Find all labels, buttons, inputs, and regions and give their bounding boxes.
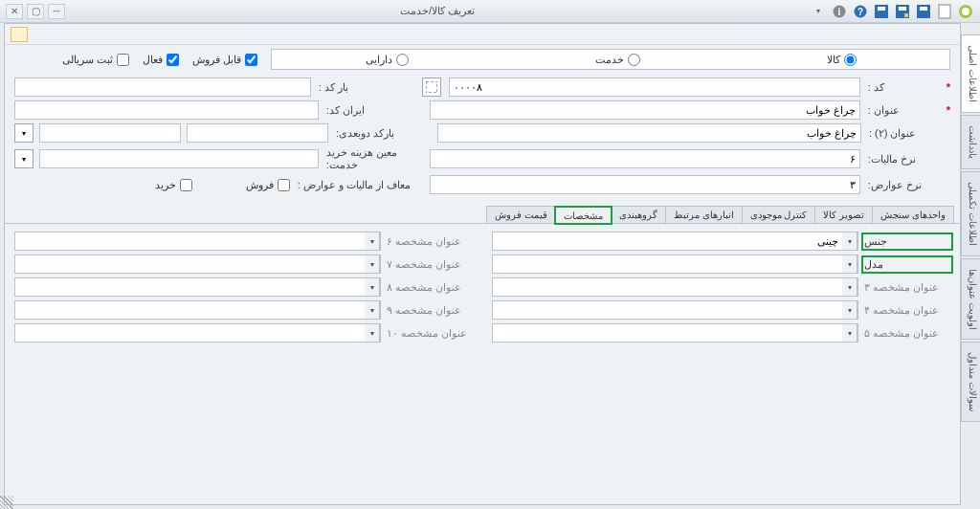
save-icon[interactable]	[915, 3, 932, 20]
main-panel: کالا خدمت دارایی قابل فروش فعال ثبت سریا…	[4, 23, 961, 505]
barcode2d-drop-button[interactable]: ▾	[14, 123, 33, 143]
sub-tab-specs[interactable]: مشخصات	[555, 207, 612, 224]
lbl-code: کد :	[868, 81, 935, 94]
spec-combo[interactable]: ▾	[14, 323, 381, 343]
vertical-tabs: اطلاعات اصلی یادداشت اطلاعات تکمیلی اولو…	[961, 34, 980, 424]
barcode-scan-button[interactable]	[422, 77, 441, 97]
spec-row: مدل▾	[492, 254, 950, 274]
specs-col-right: جنس▾چینیمدل▾عنوان مشخصه ۳▾عنوان مشخصه ۴▾…	[492, 232, 950, 343]
input-barcode2d-2[interactable]	[39, 123, 181, 143]
spec-combo[interactable]: ▾	[492, 277, 858, 297]
sub-tab-units[interactable]: واحدهای سنجش	[872, 206, 954, 223]
input-barcode2d-1[interactable]	[187, 123, 328, 143]
spec-label: جنس	[864, 235, 950, 248]
side-tab-main-info[interactable]: اطلاعات اصلی	[961, 34, 980, 113]
chevron-down-icon[interactable]: ▾	[365, 232, 380, 250]
chevron-down-icon[interactable]: ▾	[842, 232, 858, 250]
input-irancode[interactable]	[14, 100, 319, 120]
info-icon[interactable]: i	[831, 3, 848, 20]
spec-row: عنوان مشخصه ۸▾	[14, 277, 473, 297]
spec-combo[interactable]: ▾	[14, 254, 381, 274]
chevron-down-icon[interactable]: ▾	[365, 324, 380, 342]
new-icon[interactable]	[936, 3, 953, 20]
spec-value	[15, 232, 365, 250]
side-tab-priority[interactable]: اولویت عنوان‌ها	[961, 258, 980, 341]
spec-row: عنوان مشخصه ۵▾	[492, 323, 950, 343]
input-title2[interactable]	[437, 123, 861, 143]
chevron-down-icon[interactable]: ▾	[365, 278, 380, 296]
close-button[interactable]: ✕	[6, 4, 23, 19]
required-mark: *	[947, 81, 950, 93]
spec-value	[15, 278, 365, 296]
spec-combo[interactable]: ▾	[14, 232, 381, 251]
lbl-feerate: نرخ عوارض:	[868, 179, 935, 191]
required-mark: *	[947, 104, 950, 116]
spec-combo[interactable]: ▾	[14, 300, 381, 320]
lbl-title: عنوان :	[868, 104, 935, 117]
chk-active[interactable]: فعال	[143, 54, 179, 66]
svg-text:?: ?	[858, 7, 863, 17]
lbl-taxrate: نرخ مالیات:	[868, 153, 935, 166]
sub-tab-grouping[interactable]: گروهبندی	[611, 206, 666, 223]
input-taxrate[interactable]	[430, 149, 860, 168]
chk-saleable[interactable]: قابل فروش	[192, 54, 257, 66]
save-as-icon[interactable]	[894, 3, 911, 20]
input-code[interactable]	[449, 77, 860, 97]
svg-rect-4	[920, 7, 927, 11]
spec-combo[interactable]: ▾	[492, 323, 858, 343]
sub-tab-stock[interactable]: کنترل موجودی	[742, 206, 816, 223]
lbl-moein: معین هزینه خرید خدمت:	[326, 146, 422, 171]
spec-row: عنوان مشخصه ۳▾	[492, 277, 950, 297]
sheet-icon[interactable]	[11, 27, 28, 42]
spec-label: مدل	[864, 258, 950, 271]
svg-rect-14	[426, 81, 437, 93]
spec-value	[15, 301, 365, 319]
chk-exempt-sale[interactable]: فروش	[246, 179, 290, 191]
menu-dropdown-icon[interactable]: ▾	[810, 3, 827, 20]
moein-drop-button[interactable]: ▾	[14, 149, 33, 168]
side-tab-faq[interactable]: سوالات متداول	[961, 342, 980, 422]
spec-combo[interactable]: ▾	[14, 277, 381, 297]
input-barcode[interactable]	[14, 77, 311, 97]
spec-label: عنوان مشخصه ۸	[387, 281, 473, 294]
save-3-icon[interactable]	[873, 3, 890, 20]
radio-service[interactable]: خدمت	[595, 54, 640, 66]
lbl-title2: عنوان (۲) :	[869, 127, 935, 140]
window-title: تعریف کالا/خدمت	[65, 5, 810, 17]
radio-asset[interactable]: دارایی	[366, 54, 409, 66]
chevron-down-icon[interactable]: ▾	[842, 324, 858, 342]
spec-label: عنوان مشخصه ۵	[864, 327, 950, 340]
spec-row: عنوان مشخصه ۶▾	[14, 232, 473, 251]
side-tab-note[interactable]: یادداشت	[961, 115, 980, 169]
chevron-down-icon[interactable]: ▾	[842, 301, 858, 319]
sub-tabs: واحدهای سنجش تصویر کالا کنترل موجودی انب…	[5, 206, 960, 224]
title-bar: ? i ▾ تعریف کالا/خدمت ─ ▢ ✕	[0, 0, 980, 23]
help-icon[interactable]: ?	[852, 3, 869, 20]
spec-combo[interactable]: ▾	[492, 254, 858, 274]
spec-value	[493, 278, 842, 296]
chevron-down-icon[interactable]: ▾	[842, 278, 858, 296]
spec-combo[interactable]: ▾	[492, 300, 858, 320]
sub-tab-warehouses[interactable]: انبارهای مرتبط	[665, 206, 743, 223]
radio-goods[interactable]: کالا	[827, 54, 857, 66]
resize-grip-icon[interactable]	[0, 496, 13, 509]
spec-combo[interactable]: ▾چینی	[492, 232, 858, 251]
chevron-down-icon[interactable]: ▾	[365, 255, 380, 273]
sub-tab-image[interactable]: تصویر کالا	[814, 206, 873, 223]
svg-point-1	[962, 8, 969, 15]
svg-rect-7	[904, 13, 908, 17]
input-title[interactable]	[430, 100, 860, 120]
maximize-button[interactable]: ▢	[27, 4, 44, 19]
chk-serial[interactable]: ثبت سریالی	[62, 54, 129, 66]
chevron-down-icon[interactable]: ▾	[842, 255, 858, 273]
side-tab-extra[interactable]: اطلاعات تکمیلی	[961, 171, 980, 256]
sub-tab-saleprice[interactable]: قیمت فروش	[486, 206, 556, 223]
spec-label: عنوان مشخصه ۷	[387, 258, 473, 271]
chk-exempt-buy[interactable]: خرید	[155, 179, 192, 191]
input-moein[interactable]	[39, 149, 319, 168]
svg-text:i: i	[838, 7, 841, 17]
input-feerate[interactable]	[430, 175, 860, 194]
chevron-down-icon[interactable]: ▾	[365, 301, 380, 319]
type-row: کالا خدمت دارایی قابل فروش فعال ثبت سریا…	[5, 45, 960, 72]
minimize-button[interactable]: ─	[48, 4, 65, 19]
